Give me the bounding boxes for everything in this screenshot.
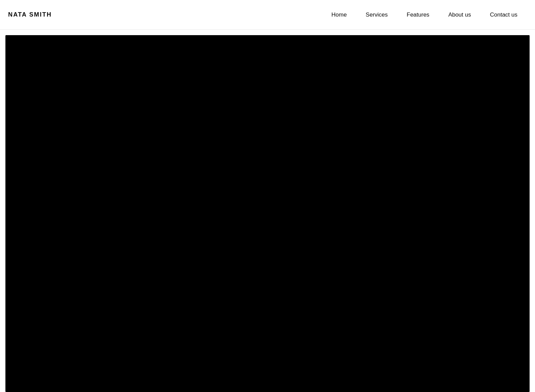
nav-item-services[interactable]: Services — [356, 0, 397, 30]
nav-item-about[interactable]: About us — [439, 0, 481, 30]
site-header: NATA SMITH Home Services Features About … — [0, 0, 535, 30]
site-logo: NATA SMITH — [8, 11, 52, 18]
nav-item-home[interactable]: Home — [322, 0, 356, 30]
nav-item-features[interactable]: Features — [397, 0, 439, 30]
hero-section — [5, 35, 530, 392]
nav-item-contact[interactable]: Contact us — [481, 0, 527, 30]
main-nav: Home Services Features About us Contact … — [322, 0, 527, 30]
